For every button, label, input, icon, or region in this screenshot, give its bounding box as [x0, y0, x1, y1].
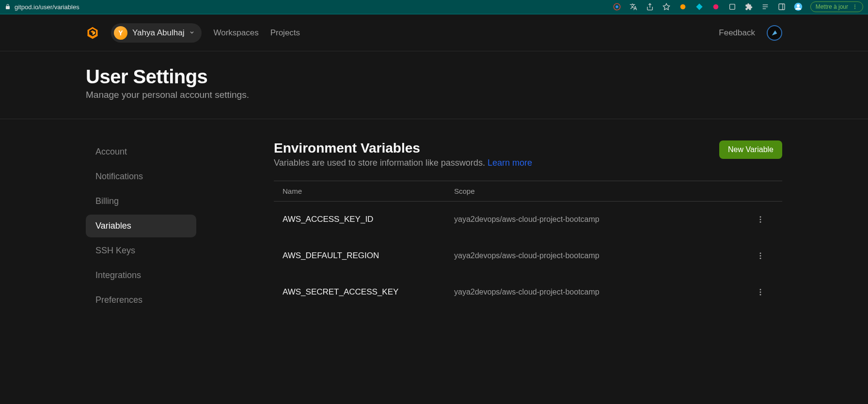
panel-title: Environment Variables	[274, 140, 532, 156]
panel-header: Environment Variables Variables are used…	[274, 140, 782, 168]
variable-name: AWS_SECRET_ACCESS_KEY	[283, 287, 454, 297]
profile-avatar-icon[interactable]	[794, 2, 803, 11]
update-label: Mettre à jour	[816, 3, 848, 10]
variable-scope: yaya2devops/aws-cloud-project-bootcamp	[454, 288, 754, 296]
sidebar-item-billing[interactable]: Billing	[86, 190, 196, 213]
variable-scope: yaya2devops/aws-cloud-project-bootcamp	[454, 251, 754, 260]
svg-point-21	[760, 255, 761, 257]
new-variable-button[interactable]: New Variable	[719, 140, 782, 159]
row-menu-button[interactable]	[754, 213, 767, 226]
panel-heading-group: Environment Variables Variables are used…	[274, 140, 532, 168]
main-panel: Environment Variables Variables are used…	[274, 140, 782, 313]
browser-update-button[interactable]: Mettre à jour	[810, 1, 863, 12]
table-header-row: Name Scope	[274, 181, 782, 202]
row-actions	[754, 213, 773, 226]
bookmark-star-icon[interactable]	[662, 2, 671, 11]
nav-feedback[interactable]: Feedback	[719, 28, 755, 38]
sidebar-item-variables[interactable]: Variables	[86, 215, 196, 237]
svg-point-5	[713, 4, 718, 10]
learn-more-link[interactable]: Learn more	[488, 158, 532, 168]
user-menu-avatar[interactable]	[767, 25, 782, 41]
chevron-down-icon	[189, 29, 195, 37]
page-subtitle: Manage your personal account settings.	[86, 90, 782, 100]
svg-point-15	[854, 6, 855, 7]
more-vertical-icon	[756, 288, 765, 296]
variables-table: Name Scope AWS_ACCESS_KEY_IDyaya2devops/…	[274, 181, 782, 311]
user-avatar-initial: Y	[114, 26, 127, 40]
browser-extensions: Mettre à jour	[613, 1, 863, 12]
svg-point-3	[680, 4, 685, 10]
table-body: AWS_ACCESS_KEY_IDyaya2devops/aws-cloud-p…	[274, 202, 782, 311]
content-area: AccountNotificationsBillingVariablesSSH …	[0, 119, 868, 313]
svg-point-24	[760, 292, 761, 293]
table-row: AWS_ACCESS_KEY_IDyaya2devops/aws-cloud-p…	[274, 202, 782, 238]
ext-icon-3[interactable]	[711, 2, 720, 11]
row-actions	[754, 249, 773, 262]
variable-name: AWS_ACCESS_KEY_ID	[283, 215, 454, 224]
user-context-pill[interactable]: Y Yahya Abulhaj	[111, 23, 202, 43]
user-pill-name: Yahya Abulhaj	[132, 28, 184, 38]
panel-desc-text: Variables are used to store information …	[274, 158, 488, 168]
nav-right-group: Feedback	[719, 25, 782, 41]
svg-point-16	[854, 8, 855, 9]
svg-marker-4	[696, 3, 702, 10]
row-menu-button[interactable]	[754, 286, 767, 298]
sidebar-item-integrations[interactable]: Integrations	[86, 264, 196, 287]
ext-icon-1[interactable]	[679, 2, 687, 11]
svg-point-19	[760, 221, 761, 223]
sidebar-item-preferences[interactable]: Preferences	[86, 289, 196, 311]
more-vertical-icon	[756, 215, 765, 224]
svg-point-20	[760, 252, 761, 254]
extensions-puzzle-icon[interactable]	[744, 2, 753, 11]
nav-workspaces[interactable]: Workspaces	[213, 28, 258, 38]
svg-point-13	[797, 4, 800, 7]
svg-rect-6	[729, 4, 735, 10]
sidebar-item-ssh-keys[interactable]: SSH Keys	[86, 239, 196, 262]
page-title: User Settings	[86, 66, 782, 88]
lock-icon	[5, 4, 11, 10]
svg-point-14	[854, 5, 855, 6]
settings-sidebar: AccountNotificationsBillingVariablesSSH …	[86, 140, 196, 313]
more-vertical-icon	[852, 4, 858, 10]
side-panel-icon[interactable]	[777, 2, 786, 11]
row-menu-button[interactable]	[754, 249, 767, 262]
page-header: User Settings Manage your personal accou…	[0, 51, 868, 119]
panel-description: Variables are used to store information …	[274, 158, 532, 168]
svg-point-23	[760, 289, 761, 290]
ext-icon-2[interactable]	[695, 2, 704, 11]
reading-list-icon[interactable]	[761, 2, 770, 11]
translate-icon[interactable]	[629, 2, 638, 11]
svg-marker-2	[663, 3, 669, 10]
row-actions	[754, 286, 773, 298]
col-header-name: Name	[283, 187, 454, 195]
ext-icon-4[interactable]	[728, 2, 737, 11]
variable-name: AWS_DEFAULT_REGION	[283, 251, 454, 261]
url-display: gitpod.io/user/variables	[5, 3, 79, 11]
url-text: gitpod.io/user/variables	[15, 3, 79, 11]
more-vertical-icon	[756, 251, 765, 260]
sidebar-item-notifications[interactable]: Notifications	[86, 165, 196, 188]
svg-point-1	[615, 5, 618, 8]
table-row: AWS_SECRET_ACCESS_KEYyaya2devops/aws-clo…	[274, 274, 782, 311]
google-icon[interactable]	[613, 2, 621, 11]
svg-point-22	[760, 258, 761, 259]
svg-rect-10	[779, 4, 785, 10]
svg-point-25	[760, 294, 761, 295]
top-navigation: Y Yahya Abulhaj Workspaces Projects Feed…	[0, 15, 868, 51]
browser-address-bar: gitpod.io/user/variables Mettre à jour	[0, 0, 868, 15]
table-row: AWS_DEFAULT_REGIONyaya2devops/aws-cloud-…	[274, 238, 782, 274]
sidebar-item-account[interactable]: Account	[86, 140, 196, 163]
svg-point-17	[760, 216, 761, 218]
nav-left-group: Y Yahya Abulhaj Workspaces Projects	[86, 23, 300, 43]
col-header-scope: Scope	[454, 187, 754, 195]
gitpod-logo[interactable]	[86, 26, 99, 40]
col-header-actions	[754, 187, 773, 195]
share-icon[interactable]	[646, 2, 654, 11]
nav-projects[interactable]: Projects	[270, 28, 300, 38]
variable-scope: yaya2devops/aws-cloud-project-bootcamp	[454, 215, 754, 224]
svg-point-18	[760, 219, 761, 220]
